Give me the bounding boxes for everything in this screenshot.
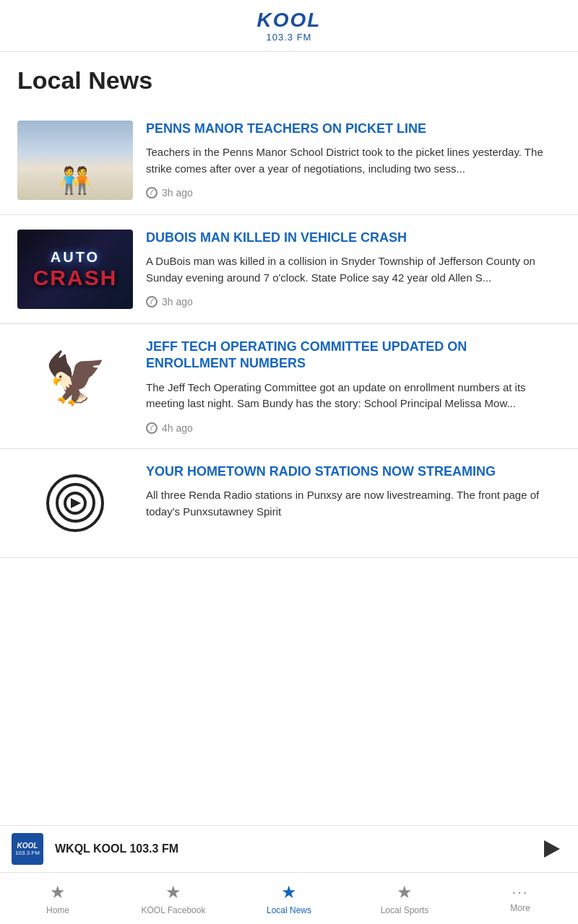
- nav-item-more[interactable]: ··· More: [462, 878, 578, 919]
- time-label-3: 4h ago: [162, 422, 193, 434]
- news-item[interactable]: YOUR HOMETOWN RADIO STATIONS NOW STREAMI…: [0, 449, 578, 558]
- news-headline-1: PENNS MANOR TEACHERS ON PICKET LINE: [146, 121, 561, 137]
- auto-label: AUTO: [33, 249, 118, 266]
- home-star-icon: ★: [50, 882, 66, 902]
- player-station-name: WKQL KOOL 103.3 FM: [55, 842, 526, 855]
- news-item[interactable]: AUTO CRASH DUBOIS MAN KILLED IN VEHICLE …: [0, 215, 578, 324]
- news-content-3: JEFF TECH OPERATING COMMITTEE UPDATED ON…: [146, 339, 561, 434]
- news-content-1: PENNS MANOR TEACHERS ON PICKET LINE Teac…: [146, 121, 561, 199]
- player-logo-freq: 103.3 FM: [15, 850, 40, 856]
- picket-icon: 🧑‍🤝‍🧑: [59, 165, 92, 196]
- news-time-1: 3h ago: [146, 187, 561, 199]
- crash-text: AUTO CRASH: [33, 249, 118, 290]
- content-area: Local News 🧑‍🤝‍🧑 PENNS MANOR TEACHERS ON…: [0, 52, 578, 659]
- news-thumbnail-1: 🧑‍🤝‍🧑: [17, 121, 133, 200]
- clock-icon: [146, 422, 158, 434]
- play-button[interactable]: [538, 834, 566, 863]
- logo-freq-text: 103.3 FM: [267, 32, 312, 43]
- news-excerpt-2: A DuBois man was killed in a collision i…: [146, 253, 561, 286]
- news-thumbnail-4: [17, 463, 133, 543]
- player-bar: KOOL 103.3 FM WKQL KOOL 103.3 FM: [0, 825, 578, 872]
- facebook-star-icon: ★: [165, 882, 181, 902]
- news-item[interactable]: 🧑‍🤝‍🧑 PENNS MANOR TEACHERS ON PICKET LIN…: [0, 106, 578, 215]
- home-nav-label: Home: [46, 905, 69, 915]
- time-label-1: 3h ago: [162, 187, 193, 199]
- news-content-4: YOUR HOMETOWN RADIO STATIONS NOW STREAMI…: [146, 463, 561, 530]
- local-news-nav-label: Local News: [267, 905, 311, 915]
- crash-label: CRASH: [33, 266, 118, 290]
- more-nav-label: More: [510, 903, 530, 913]
- nav-item-local-news[interactable]: ★ Local News: [231, 876, 347, 921]
- news-thumbnail-3: 🦅: [17, 339, 133, 418]
- radio-play-icon: [71, 498, 81, 508]
- player-logo-kool: KOOL: [17, 842, 38, 850]
- news-list: 🧑‍🤝‍🧑 PENNS MANOR TEACHERS ON PICKET LIN…: [0, 106, 578, 558]
- news-headline-2: DUBOIS MAN KILLED IN VEHICLE CRASH: [146, 230, 561, 246]
- nav-item-home[interactable]: ★ Home: [0, 876, 116, 921]
- news-item[interactable]: 🦅 JEFF TECH OPERATING COMMITTEE UPDATED …: [0, 324, 578, 449]
- nav-item-kool-facebook[interactable]: ★ KOOL Facebook: [116, 876, 231, 921]
- news-time-3: 4h ago: [146, 422, 561, 434]
- nav-item-local-sports[interactable]: ★ Local Sports: [347, 876, 462, 921]
- news-excerpt-4: All three Renda Radio stations in Punxsy…: [146, 487, 561, 520]
- clock-icon: [146, 296, 158, 308]
- time-label-2: 3h ago: [162, 296, 193, 308]
- bottom-navigation: ★ Home ★ KOOL Facebook ★ Local News ★ Lo…: [0, 872, 578, 924]
- news-excerpt-3: The Jeff Tech Operating Committee got an…: [146, 380, 561, 412]
- more-dots-icon: ···: [512, 884, 529, 900]
- player-logo: KOOL 103.3 FM: [12, 833, 43, 865]
- app-logo: KOOL 103.3 FM: [257, 9, 322, 43]
- radio-inner-ring: [64, 492, 87, 515]
- news-content-2: DUBOIS MAN KILLED IN VEHICLE CRASH A DuB…: [146, 230, 561, 308]
- radio-wave-icon: [46, 474, 104, 532]
- news-headline-4: YOUR HOMETOWN RADIO STATIONS NOW STREAMI…: [146, 463, 561, 480]
- jefftech-icon: 🦅: [44, 349, 107, 408]
- local-sports-nav-label: Local Sports: [381, 905, 429, 915]
- play-triangle-icon: [544, 840, 560, 858]
- local-news-star-icon: ★: [281, 882, 297, 902]
- clock-icon: [146, 187, 158, 199]
- page-title: Local News: [0, 52, 578, 106]
- logo-kool-text: KOOL: [257, 9, 322, 32]
- news-time-2: 3h ago: [146, 296, 561, 308]
- app-header: KOOL 103.3 FM: [0, 0, 578, 52]
- local-sports-star-icon: ★: [397, 882, 413, 902]
- news-headline-3: JEFF TECH OPERATING COMMITTEE UPDATED ON…: [146, 339, 561, 372]
- news-excerpt-1: Teachers in the Penns Manor School Distr…: [146, 144, 561, 177]
- news-thumbnail-2: AUTO CRASH: [17, 230, 133, 309]
- facebook-nav-label: KOOL Facebook: [142, 905, 206, 915]
